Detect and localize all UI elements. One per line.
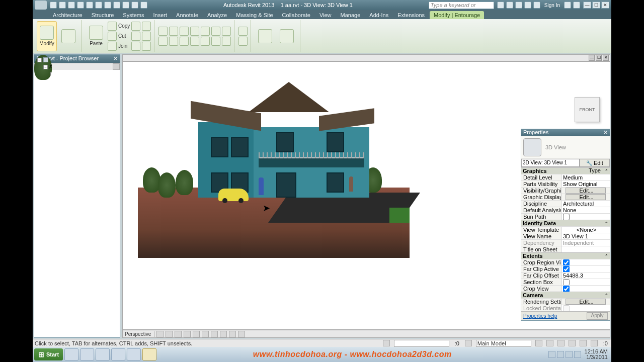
prop-value[interactable]: Architectural [561, 201, 610, 207]
prop-value[interactable]: Show Original [561, 181, 610, 187]
shadows-icon[interactable] [175, 331, 182, 337]
subscription-icon[interactable] [506, 2, 513, 9]
paint-icon[interactable] [131, 32, 140, 41]
move-icon[interactable] [158, 27, 168, 36]
tab-insert[interactable]: Insert [149, 11, 172, 19]
edit-button[interactable]: Edit... [566, 194, 606, 200]
qat-save-icon[interactable] [59, 2, 66, 9]
sign-in-link[interactable]: Sign In [544, 3, 560, 8]
tray-icon[interactable] [548, 351, 555, 358]
viewcube[interactable]: FRONT [575, 97, 600, 122]
tool-b-icon[interactable] [142, 32, 151, 41]
tab-collaborate[interactable]: Collaborate [278, 11, 314, 19]
prop-value[interactable]: <None> [561, 227, 610, 233]
join-icon[interactable] [108, 42, 117, 51]
qat-open-icon[interactable] [50, 2, 57, 9]
properties-close-icon[interactable]: ✕ [603, 129, 608, 136]
select-links-icon[interactable] [535, 340, 542, 346]
properties-help-link[interactable]: Properties help [523, 313, 557, 319]
dimension-icon[interactable] [238, 37, 248, 46]
match-icon[interactable] [131, 22, 140, 31]
apply-button[interactable]: Apply [587, 312, 608, 320]
browser-close-icon[interactable]: ✕ [113, 55, 118, 62]
far-clip-checkbox[interactable] [563, 266, 570, 272]
demolish-icon[interactable] [131, 42, 140, 51]
design-options-icon[interactable] [465, 340, 472, 346]
qat-measure-icon[interactable] [95, 2, 102, 9]
rotate-icon[interactable] [158, 37, 168, 46]
edit-button[interactable]: Edit... [566, 299, 606, 305]
prop-value[interactable]: None [561, 207, 610, 213]
family-editor-button[interactable] [277, 21, 297, 51]
tray-volume-icon[interactable] [574, 351, 581, 358]
scale-icon[interactable] [201, 37, 210, 46]
drag-elements-icon[interactable] [580, 340, 587, 346]
tab-modify-entourage[interactable]: Modify | Entourage [430, 11, 484, 19]
browser-tree[interactable]: −Views (Discipline) −Architectural −Stru… [34, 55, 52, 80]
qat-undo-icon[interactable] [68, 2, 75, 9]
close-button[interactable]: ✕ [601, 2, 609, 9]
create-similar-button[interactable] [255, 21, 275, 51]
crop-view-checkbox[interactable] [563, 286, 570, 292]
qat-print-icon[interactable] [86, 2, 93, 9]
qat-close-hidden-icon[interactable] [131, 2, 138, 9]
tab-analyze[interactable]: Analyze [203, 11, 231, 19]
app-menu-button[interactable] [35, 1, 47, 10]
maximize-button[interactable]: ☐ [592, 2, 600, 9]
section-box-checkbox[interactable] [563, 279, 570, 285]
view-close-icon[interactable]: ✕ [603, 55, 609, 61]
edit-type-button[interactable]: 🔧 Edit Type [580, 159, 610, 167]
taskbar-app-3[interactable] [96, 348, 110, 360]
active-workset-dropdown[interactable] [394, 340, 449, 347]
select-pinned-icon[interactable] [557, 340, 565, 346]
tab-structure[interactable]: Structure [88, 11, 118, 19]
cut-icon[interactable] [108, 32, 117, 41]
qat-switch-window-icon[interactable] [140, 2, 147, 9]
exchange-apps-icon[interactable] [564, 2, 571, 9]
help-icon[interactable] [573, 2, 580, 9]
mirror-draw-icon[interactable] [180, 37, 189, 46]
system-clock[interactable]: 12:16 AM 1/3/2011 [583, 349, 610, 360]
prop-value[interactable]: Medium [561, 174, 610, 180]
taskbar-app-1[interactable] [64, 348, 78, 360]
qat-redo-icon[interactable] [77, 2, 84, 9]
tab-view[interactable]: View [315, 11, 336, 19]
temp-hide-icon[interactable] [220, 331, 227, 337]
tab-extensions[interactable]: Extensions [393, 11, 429, 19]
tray-icon[interactable] [566, 351, 573, 358]
unpin-icon[interactable] [222, 27, 231, 36]
tool-a-icon[interactable] [142, 22, 151, 31]
analytical-icon[interactable] [238, 331, 245, 337]
tool-c-icon[interactable] [142, 42, 151, 51]
tray-icon[interactable] [557, 351, 564, 358]
rendering-icon[interactable] [184, 331, 191, 337]
tab-annotate[interactable]: Annotate [172, 11, 202, 19]
edit-button[interactable]: Edit... [566, 188, 606, 194]
visual-style-icon[interactable] [156, 331, 164, 337]
view-minimize-icon[interactable]: — [589, 55, 595, 61]
tab-architecture[interactable]: Architecture [49, 11, 87, 19]
qat-sync-icon[interactable] [113, 2, 120, 9]
view-mode-label[interactable]: Perspective [125, 331, 154, 337]
worksets-icon[interactable] [383, 340, 390, 346]
sun-path-icon[interactable] [166, 331, 173, 337]
tree-architectural[interactable]: Architectural [49, 63, 52, 69]
qat-align-icon[interactable] [104, 2, 111, 9]
group-icon[interactable] [222, 37, 231, 46]
mirror-axis-icon[interactable] [180, 27, 189, 36]
taskbar-app-2[interactable] [80, 348, 94, 360]
qat-thin-lines-icon[interactable] [122, 2, 129, 9]
view-maximize-icon[interactable]: ☐ [596, 55, 602, 61]
tab-systems[interactable]: Systems [119, 11, 148, 19]
minimize-button[interactable]: — [583, 2, 591, 9]
instance-selector[interactable]: 3D View: 3D View 1 [521, 159, 580, 167]
cat-camera[interactable]: Camera [523, 292, 543, 298]
cat-extents[interactable]: Extents [523, 253, 543, 259]
search-icon[interactable] [497, 2, 504, 9]
trim-icon[interactable] [190, 27, 199, 36]
prop-value[interactable] [561, 246, 610, 252]
cat-identity[interactable]: Identity Data [523, 220, 556, 226]
search-input[interactable]: Type a keyword or phrase [429, 2, 494, 9]
type-name[interactable]: 3D View [545, 144, 566, 150]
modify-tool-button[interactable]: Modify [37, 21, 57, 51]
